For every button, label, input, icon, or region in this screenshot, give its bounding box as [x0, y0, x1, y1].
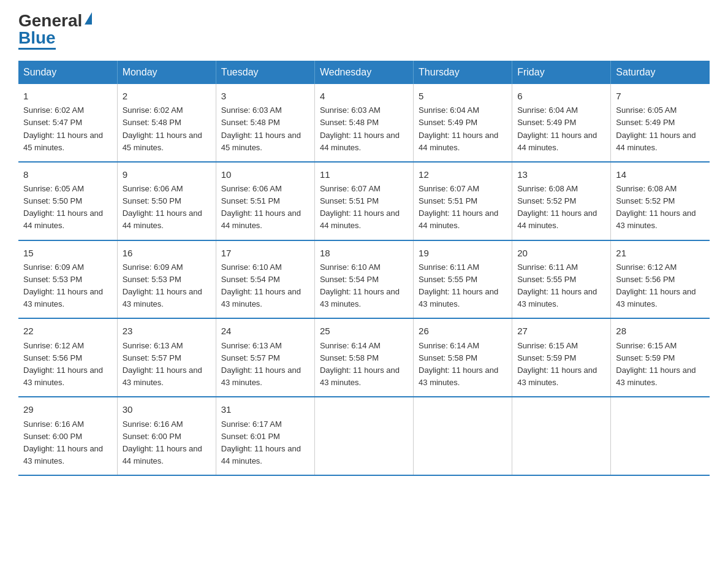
day-info: Sunrise: 6:09 AMSunset: 5:53 PMDaylight:… [23, 262, 103, 308]
day-info: Sunrise: 6:14 AMSunset: 5:58 PMDaylight:… [419, 341, 498, 387]
calendar-cell: 16Sunrise: 6:09 AMSunset: 5:53 PMDayligh… [117, 240, 216, 319]
day-number: 31 [221, 402, 309, 416]
day-info: Sunrise: 6:04 AMSunset: 5:49 PMDaylight:… [419, 105, 498, 151]
day-info: Sunrise: 6:05 AMSunset: 5:50 PMDaylight:… [23, 184, 103, 230]
day-number: 2 [123, 89, 211, 103]
day-number: 14 [616, 167, 705, 182]
calendar-cell: 26Sunrise: 6:14 AMSunset: 5:58 PMDayligh… [414, 318, 512, 397]
day-number: 11 [320, 167, 408, 182]
day-number: 9 [123, 167, 211, 182]
day-info: Sunrise: 6:03 AMSunset: 5:48 PMDaylight:… [221, 105, 301, 151]
calendar-week-row: 8Sunrise: 6:05 AMSunset: 5:50 PMDaylight… [18, 162, 710, 240]
day-info: Sunrise: 6:11 AMSunset: 5:55 PMDaylight:… [517, 262, 597, 308]
logo-triangle-icon [85, 12, 92, 25]
day-number: 16 [123, 246, 211, 260]
calendar-cell: 18Sunrise: 6:10 AMSunset: 5:54 PMDayligh… [314, 240, 413, 319]
day-info: Sunrise: 6:04 AMSunset: 5:49 PMDaylight:… [517, 105, 597, 151]
day-number: 8 [23, 167, 112, 182]
day-info: Sunrise: 6:12 AMSunset: 5:56 PMDaylight:… [616, 262, 696, 308]
day-info: Sunrise: 6:10 AMSunset: 5:54 PMDaylight:… [320, 262, 400, 308]
weekday-header-sunday: Sunday [18, 61, 117, 84]
weekday-header-monday: Monday [117, 61, 216, 84]
calendar-cell: 3Sunrise: 6:03 AMSunset: 5:48 PMDaylight… [216, 84, 314, 162]
calendar-cell: 22Sunrise: 6:12 AMSunset: 5:56 PMDayligh… [18, 318, 117, 397]
day-info: Sunrise: 6:02 AMSunset: 5:48 PMDaylight:… [123, 105, 202, 151]
calendar-cell: 13Sunrise: 6:08 AMSunset: 5:52 PMDayligh… [512, 162, 611, 240]
calendar-cell: 12Sunrise: 6:07 AMSunset: 5:51 PMDayligh… [414, 162, 512, 240]
day-info: Sunrise: 6:07 AMSunset: 5:51 PMDaylight:… [320, 184, 400, 230]
day-number: 10 [221, 167, 309, 182]
calendar-cell: 20Sunrise: 6:11 AMSunset: 5:55 PMDayligh… [512, 240, 611, 319]
calendar-cell: 7Sunrise: 6:05 AMSunset: 5:49 PMDaylight… [611, 84, 710, 162]
calendar-week-row: 1Sunrise: 6:02 AMSunset: 5:47 PMDaylight… [18, 84, 710, 162]
calendar-cell [512, 397, 611, 475]
day-info: Sunrise: 6:06 AMSunset: 5:51 PMDaylight:… [221, 184, 301, 230]
day-info: Sunrise: 6:02 AMSunset: 5:47 PMDaylight:… [23, 105, 103, 151]
calendar-cell: 24Sunrise: 6:13 AMSunset: 5:57 PMDayligh… [216, 318, 314, 397]
calendar-cell: 27Sunrise: 6:15 AMSunset: 5:59 PMDayligh… [512, 318, 611, 397]
calendar-week-row: 29Sunrise: 6:16 AMSunset: 6:00 PMDayligh… [18, 397, 710, 475]
calendar-cell: 4Sunrise: 6:03 AMSunset: 5:48 PMDaylight… [314, 84, 413, 162]
day-number: 22 [23, 324, 112, 338]
calendar-cell: 9Sunrise: 6:06 AMSunset: 5:50 PMDaylight… [117, 162, 216, 240]
day-info: Sunrise: 6:11 AMSunset: 5:55 PMDaylight:… [419, 262, 498, 308]
day-number: 13 [517, 167, 605, 182]
day-info: Sunrise: 6:15 AMSunset: 5:59 PMDaylight:… [616, 341, 696, 387]
day-number: 19 [419, 246, 507, 260]
weekday-header-thursday: Thursday [414, 61, 512, 84]
day-info: Sunrise: 6:07 AMSunset: 5:51 PMDaylight:… [419, 184, 498, 230]
day-info: Sunrise: 6:12 AMSunset: 5:56 PMDaylight:… [23, 341, 103, 387]
calendar-week-row: 22Sunrise: 6:12 AMSunset: 5:56 PMDayligh… [18, 318, 710, 397]
calendar-cell: 21Sunrise: 6:12 AMSunset: 5:56 PMDayligh… [611, 240, 710, 319]
logo-blue-text: Blue [18, 29, 56, 47]
day-info: Sunrise: 6:16 AMSunset: 6:00 PMDaylight:… [123, 419, 202, 465]
day-info: Sunrise: 6:03 AMSunset: 5:48 PMDaylight:… [320, 105, 400, 151]
calendar-cell: 23Sunrise: 6:13 AMSunset: 5:57 PMDayligh… [117, 318, 216, 397]
calendar-cell: 29Sunrise: 6:16 AMSunset: 6:00 PMDayligh… [18, 397, 117, 475]
day-info: Sunrise: 6:05 AMSunset: 5:49 PMDaylight:… [616, 105, 696, 151]
day-info: Sunrise: 6:13 AMSunset: 5:57 PMDaylight:… [221, 341, 301, 387]
day-number: 27 [517, 324, 605, 338]
calendar-cell: 25Sunrise: 6:14 AMSunset: 5:58 PMDayligh… [314, 318, 413, 397]
calendar-table: SundayMondayTuesdayWednesdayThursdayFrid… [18, 61, 710, 476]
calendar-cell: 30Sunrise: 6:16 AMSunset: 6:00 PMDayligh… [117, 397, 216, 475]
day-info: Sunrise: 6:15 AMSunset: 5:59 PMDaylight:… [517, 341, 597, 387]
day-number: 29 [23, 402, 112, 416]
calendar-cell: 8Sunrise: 6:05 AMSunset: 5:50 PMDaylight… [18, 162, 117, 240]
calendar-cell: 6Sunrise: 6:04 AMSunset: 5:49 PMDaylight… [512, 84, 611, 162]
weekday-header-row: SundayMondayTuesdayWednesdayThursdayFrid… [18, 61, 710, 84]
day-number: 20 [517, 246, 605, 260]
calendar-cell: 10Sunrise: 6:06 AMSunset: 5:51 PMDayligh… [216, 162, 314, 240]
day-number: 7 [616, 89, 705, 103]
day-info: Sunrise: 6:09 AMSunset: 5:53 PMDaylight:… [123, 262, 202, 308]
calendar-cell: 15Sunrise: 6:09 AMSunset: 5:53 PMDayligh… [18, 240, 117, 319]
day-number: 21 [616, 246, 705, 260]
day-number: 4 [320, 89, 408, 103]
calendar-cell: 11Sunrise: 6:07 AMSunset: 5:51 PMDayligh… [314, 162, 413, 240]
calendar-cell: 17Sunrise: 6:10 AMSunset: 5:54 PMDayligh… [216, 240, 314, 319]
day-number: 6 [517, 89, 605, 103]
day-number: 30 [123, 402, 211, 416]
day-number: 18 [320, 246, 408, 260]
day-info: Sunrise: 6:10 AMSunset: 5:54 PMDaylight:… [221, 262, 301, 308]
day-number: 12 [419, 167, 507, 182]
logo-underline [18, 48, 56, 50]
header: General Blue [18, 12, 710, 50]
weekday-header-friday: Friday [512, 61, 611, 84]
day-info: Sunrise: 6:14 AMSunset: 5:58 PMDaylight:… [320, 341, 400, 387]
day-number: 1 [23, 89, 112, 103]
day-info: Sunrise: 6:13 AMSunset: 5:57 PMDaylight:… [123, 341, 202, 387]
weekday-header-wednesday: Wednesday [314, 61, 413, 84]
calendar-cell: 1Sunrise: 6:02 AMSunset: 5:47 PMDaylight… [18, 84, 117, 162]
day-number: 23 [123, 324, 211, 338]
calendar-week-row: 15Sunrise: 6:09 AMSunset: 5:53 PMDayligh… [18, 240, 710, 319]
calendar-cell [414, 397, 512, 475]
calendar-cell [314, 397, 413, 475]
day-info: Sunrise: 6:08 AMSunset: 5:52 PMDaylight:… [616, 184, 696, 230]
calendar-cell: 28Sunrise: 6:15 AMSunset: 5:59 PMDayligh… [611, 318, 710, 397]
day-number: 28 [616, 324, 705, 338]
day-number: 26 [419, 324, 507, 338]
day-number: 15 [23, 246, 112, 260]
day-info: Sunrise: 6:06 AMSunset: 5:50 PMDaylight:… [123, 184, 202, 230]
day-info: Sunrise: 6:08 AMSunset: 5:52 PMDaylight:… [517, 184, 597, 230]
